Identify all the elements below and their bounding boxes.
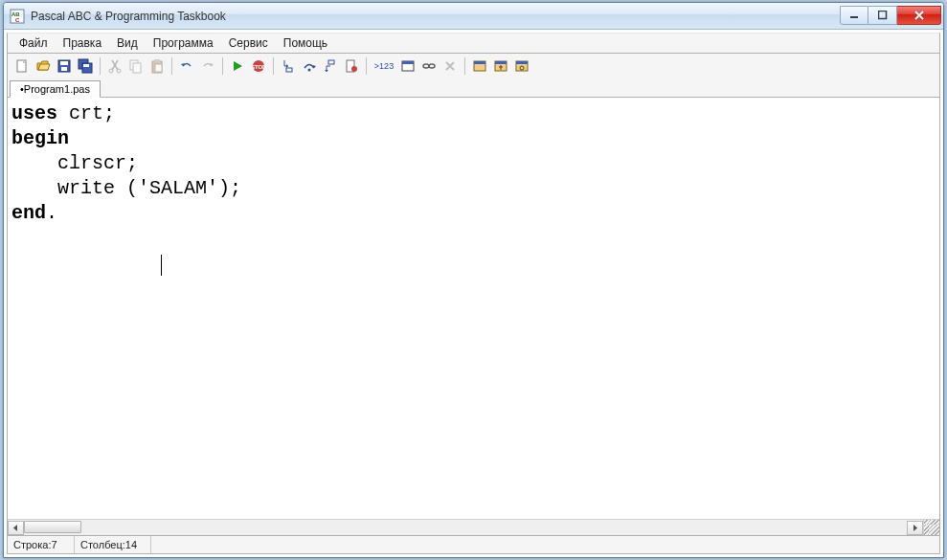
keyword-end: end	[11, 202, 46, 224]
step-over-button[interactable]	[299, 56, 320, 77]
new-file-button[interactable]	[11, 56, 33, 77]
cut-button[interactable]	[104, 56, 125, 77]
status-column: Столбец: 14	[75, 536, 151, 553]
keyword-uses: uses	[11, 102, 57, 124]
toolbar-separator	[100, 57, 101, 75]
watch-button[interactable]: >123	[371, 56, 397, 77]
open-file-button[interactable]	[33, 56, 54, 77]
horizontal-scrollbar[interactable]	[8, 519, 939, 535]
step-out-button[interactable]	[320, 56, 341, 77]
svg-rect-3	[850, 16, 858, 18]
scroll-left-button[interactable]	[8, 521, 24, 535]
scrollbar-track[interactable]	[24, 521, 907, 535]
save-icon	[56, 58, 72, 74]
tab-program1[interactable]: •Program1.pas	[10, 80, 101, 98]
open-folder-icon	[35, 58, 51, 74]
code-editor[interactable]: uses crt; begin clrscr; write ('SALAM');…	[8, 98, 939, 519]
code-text: clrscr;	[11, 152, 138, 174]
save-all-button[interactable]	[75, 56, 96, 77]
app-icon: ABC	[10, 9, 25, 24]
code-text: );	[218, 177, 241, 199]
resize-grip[interactable]	[923, 520, 939, 536]
cut-icon	[107, 58, 123, 74]
code-text: crt;	[57, 102, 115, 124]
svg-rect-17	[154, 59, 160, 62]
titlebar[interactable]: ABC Pascal ABC & Programming Taskbook	[4, 3, 943, 30]
statusbar: Строка: 7 Столбец: 14	[7, 535, 940, 554]
undo-button[interactable]	[176, 56, 197, 77]
scroll-right-button[interactable]	[907, 521, 923, 535]
save-button[interactable]	[54, 56, 75, 77]
play-icon	[230, 58, 245, 74]
svg-point-22	[308, 69, 311, 72]
svg-rect-23	[328, 60, 334, 64]
save-all-icon	[78, 58, 93, 74]
paste-icon	[149, 58, 165, 74]
svg-point-28	[423, 64, 429, 68]
delete-button[interactable]	[440, 56, 461, 77]
module-icon	[493, 58, 508, 74]
svg-point-12	[109, 69, 113, 73]
menu-edit[interactable]: Правка	[56, 34, 110, 52]
maximize-button[interactable]	[868, 6, 897, 25]
menu-help[interactable]: Помощь	[276, 34, 335, 52]
status-line-label: Строка:	[13, 539, 51, 550]
link-button[interactable]	[418, 56, 440, 77]
stop-icon: STOP	[251, 58, 266, 74]
module-3-button[interactable]	[511, 56, 532, 77]
svg-rect-8	[61, 67, 67, 71]
toolbar-separator	[171, 57, 172, 75]
svg-rect-27	[402, 61, 414, 64]
copy-button[interactable]	[125, 56, 147, 77]
module-1-button[interactable]	[469, 56, 490, 77]
app-window: ABC Pascal ABC & Programming Taskbook Фа…	[3, 2, 944, 558]
status-line: Строка: 7	[8, 536, 75, 553]
status-col-value: 14	[125, 539, 137, 550]
redo-icon	[200, 58, 215, 74]
module-2-button[interactable]	[490, 56, 511, 77]
toolbar-separator	[366, 57, 367, 75]
stop-button[interactable]: STOP	[248, 56, 269, 77]
status-line-value: 7	[51, 539, 56, 550]
new-file-icon	[14, 58, 30, 74]
link-icon	[421, 58, 437, 74]
scrollbar-thumb[interactable]	[24, 521, 81, 533]
window-controls	[840, 7, 943, 25]
module-icon	[514, 58, 530, 74]
step-into-button[interactable]	[278, 56, 299, 77]
toolbar-separator	[273, 57, 274, 75]
code-indent	[11, 252, 161, 274]
chevron-left-icon	[12, 525, 19, 531]
toolbar-separator	[464, 57, 465, 75]
output-window-button[interactable]	[397, 56, 418, 77]
close-button[interactable]	[897, 6, 941, 25]
paste-button[interactable]	[147, 56, 168, 77]
toolbar: STOP >123	[7, 54, 940, 78]
step-out-icon	[323, 58, 338, 74]
breakpoint-icon	[344, 58, 359, 74]
menubar: Файл Правка Вид Программа Сервис Помощь	[7, 33, 940, 54]
breakpoint-button[interactable]	[341, 56, 362, 77]
svg-rect-35	[516, 61, 528, 64]
window-title: Pascal ABC & Programming Taskbook	[31, 10, 226, 23]
run-button[interactable]	[227, 56, 248, 77]
minimize-button[interactable]	[840, 6, 868, 25]
svg-text:C: C	[15, 17, 20, 23]
svg-rect-21	[286, 68, 292, 72]
redo-button[interactable]	[197, 56, 218, 77]
step-over-icon	[302, 58, 317, 74]
tab-bar: •Program1.pas	[7, 78, 940, 98]
svg-text:STOP: STOP	[251, 64, 266, 70]
menu-view[interactable]: Вид	[109, 34, 146, 52]
code-text: write (	[11, 177, 138, 199]
text-cursor	[161, 255, 162, 276]
menu-program[interactable]: Программа	[146, 34, 221, 52]
svg-rect-4	[878, 11, 886, 19]
menu-service[interactable]: Сервис	[221, 34, 276, 52]
x-icon	[442, 58, 458, 74]
menu-file[interactable]: Файл	[11, 34, 56, 52]
toolbar-separator	[222, 57, 223, 75]
string-literal: 'SALAM'	[138, 177, 218, 199]
code-text: .	[46, 202, 57, 224]
status-col-label: Столбец:	[80, 539, 125, 550]
